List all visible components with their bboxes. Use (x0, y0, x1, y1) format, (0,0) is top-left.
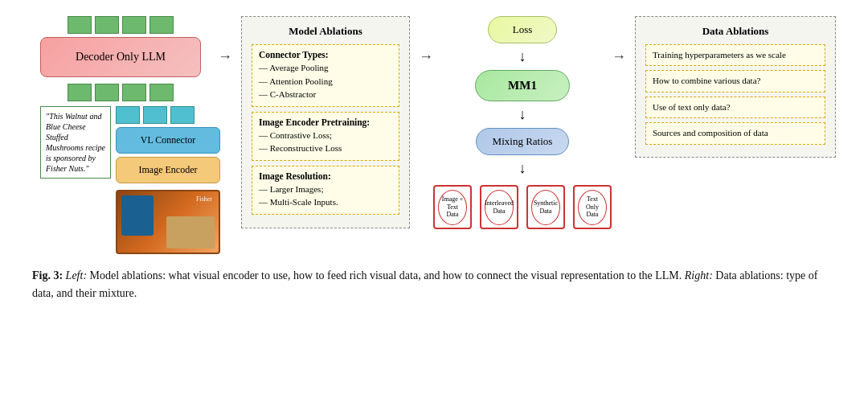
down-arrow-1: ↓ (519, 48, 526, 65)
cylinder-text-only: Text Only Data (571, 185, 613, 229)
loss-box: Loss (488, 16, 558, 43)
fisher-label: Fisher (196, 195, 212, 203)
cylinder-synthetic: Synthetic Data (525, 185, 567, 229)
data-ablation-item-3: Use of text only data? (645, 97, 825, 118)
green-block-8 (149, 84, 174, 101)
ablation-pretraining-title: Image Encoder Pretraining: (259, 117, 392, 127)
mm1-section: Loss ↓ MM1 ↓ Mixing Ratios ↓ Image + Tex… (442, 16, 603, 229)
mm1-box: MM1 (475, 70, 570, 101)
mixing-ratios-label: Mixing Ratios (493, 135, 553, 147)
ablation-group-pretraining: Image Encoder Pretraining: — Contrastive… (252, 112, 399, 161)
green-blocks-vl (116, 106, 220, 124)
diagram-container: Decoder Only LLM "This Walnut and Blue C… (32, 16, 836, 254)
caption-left-part: Left: (63, 269, 87, 281)
mm1-label: MM1 (508, 79, 537, 92)
image-encoder-box: Image Encoder (116, 157, 220, 183)
arrow-left-to-ablations: → (217, 16, 233, 65)
left-section: Decoder Only LLM "This Walnut and Blue C… (32, 16, 209, 254)
caption-fig-label: Fig. 3: (32, 269, 63, 281)
cyan-block-2 (143, 106, 167, 124)
cyan-block-3 (170, 106, 194, 124)
loss-label: Loss (513, 23, 533, 35)
arrow-mm1-to-data-ablations: → (611, 16, 627, 65)
down-arrow-3: ↓ (519, 160, 526, 177)
ablation-connector-item-1: — Average Pooling (259, 61, 392, 75)
ablation-resolution-title: Image Resolution: (259, 171, 392, 181)
ablation-connector-title: Connector Types: (259, 50, 392, 60)
data-ablation-item-2: How to combine various data? (645, 70, 825, 92)
data-ablations-panel: Data Ablations Training hyperparameters … (635, 16, 836, 158)
green-block-6 (95, 84, 119, 101)
model-ablations-title: Model Ablations (252, 25, 399, 38)
decoder-box: Decoder Only LLM (40, 37, 201, 77)
green-block-2 (95, 16, 119, 34)
green-block-5 (68, 84, 92, 101)
vl-connector-label: VL Connector (141, 134, 196, 146)
encoder-col: VL Connector Image Encoder Fisher (116, 106, 220, 254)
caption-left-text: Model ablations: what visual encoder to … (87, 269, 682, 281)
green-block-1 (68, 16, 92, 34)
cyan-block-1 (116, 106, 140, 124)
mixing-ratios-box: Mixing Ratios (476, 128, 570, 155)
ablation-pretraining-item-1: — Contrastive Loss; (259, 129, 392, 142)
decoder-label: Decoder Only LLM (76, 51, 166, 63)
model-ablations-panel: Model Ablations Connector Types: — Avera… (241, 16, 410, 228)
ablation-connector-item-2: — Attention Pooling (259, 75, 392, 88)
ablation-pretraining-item-2: — Reconstructive Loss (259, 142, 392, 155)
ablation-connector-item-3: — C-Abstractor (259, 88, 392, 101)
green-blocks-top (68, 16, 174, 34)
vl-connector-box: VL Connector (116, 127, 220, 154)
data-ablations-title: Data Ablations (645, 25, 825, 38)
ablation-resolution-item-2: — Multi-Scale Inputs. (259, 195, 392, 209)
left-middle: "This Walnut and Blue Cheese Stuffed Mus… (40, 106, 201, 254)
green-block-3 (122, 16, 146, 34)
arrow-ablations-to-mm1: → (418, 16, 434, 65)
image-encoder-label: Image Encoder (139, 164, 198, 175)
data-ablation-item-1: Training hyperparameters as we scale (645, 44, 825, 66)
data-cylinders: Image + Text Data Interleaved Data Synth… (432, 185, 613, 229)
green-block-4 (149, 16, 174, 34)
green-blocks-middle (68, 84, 174, 101)
ablation-group-connector: Connector Types: — Average Pooling — Att… (252, 44, 399, 107)
image-photo: Fisher (116, 190, 220, 254)
green-block-7 (122, 84, 146, 101)
figure-caption: Fig. 3: Left: Model ablations: what visu… (32, 267, 836, 303)
caption-right-part: Right: (682, 269, 713, 281)
data-ablation-item-4: Sources and composition of data (645, 122, 825, 144)
cylinder-interleaved: Interleaved Data (478, 185, 520, 229)
ablation-group-resolution: Image Resolution: — Larger Images; — Mul… (252, 166, 399, 215)
cylinder-image-text: Image + Text Data (432, 185, 473, 229)
diagram-area: Decoder Only LLM "This Walnut and Blue C… (32, 16, 836, 254)
text-bubble: "This Walnut and Blue Cheese Stuffed Mus… (40, 106, 111, 179)
down-arrow-2: ↓ (519, 106, 526, 123)
ablation-resolution-item-1: — Larger Images; (259, 183, 392, 196)
